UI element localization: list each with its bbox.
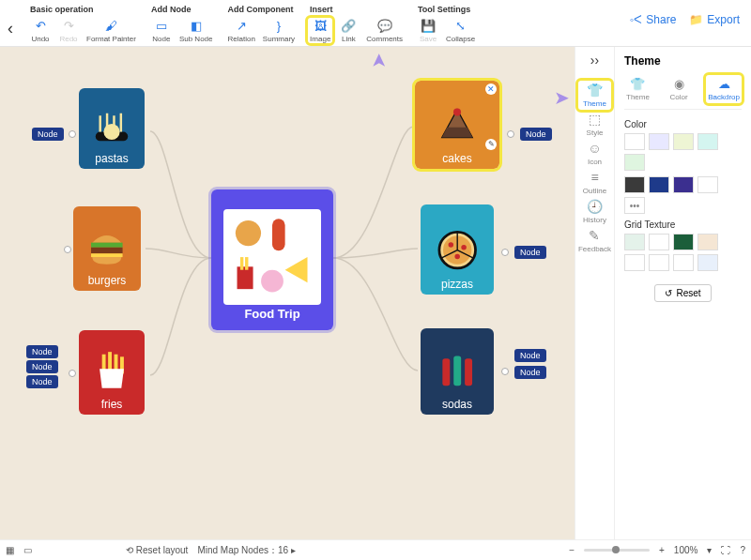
svg-rect-16 [453, 356, 461, 386]
color-swatch[interactable] [649, 254, 669, 271]
color-swatch[interactable] [624, 254, 645, 271]
image-icon: 🖼 [313, 18, 328, 33]
node-pizzas[interactable]: pizzas [421, 204, 494, 295]
tool-summary[interactable]: }Summary [261, 18, 297, 43]
tool-sub-node[interactable]: ◧Sub Node [177, 18, 215, 43]
node-label: burgers [88, 274, 127, 287]
theme-tab-backdrop[interactable]: ☁Backdrop [706, 75, 742, 103]
rail-feedback[interactable]: ✎Feedback [578, 226, 611, 255]
svg-rect-2 [91, 243, 123, 248]
zoom-slider[interactable] [584, 549, 650, 552]
group-title: Insert [308, 5, 405, 14]
node-tag[interactable]: Node [26, 345, 58, 358]
node-tag[interactable]: Node [26, 375, 58, 388]
rail-style[interactable]: ⬚Style [578, 110, 611, 139]
color-swatch[interactable] [697, 234, 718, 250]
tool-label: Node [152, 35, 170, 43]
tool-label: Relation [228, 35, 255, 43]
tool-label: Collapse [446, 35, 475, 43]
tool-comments[interactable]: 💬Comments [364, 18, 405, 43]
node-anchor[interactable] [501, 249, 509, 256]
node-cakes[interactable]: ✕ ✎ cakes [415, 81, 499, 169]
color-swatch[interactable] [697, 254, 718, 271]
color-swatch[interactable] [697, 133, 718, 150]
help-icon[interactable]: ? [740, 545, 745, 555]
color-swatch[interactable] [697, 176, 718, 193]
color-swatch[interactable] [624, 176, 645, 193]
tool-relation[interactable]: ↗Relation [226, 18, 257, 43]
back-button[interactable]: ‹ [8, 19, 13, 38]
right-rail: ›› 👕Theme⬚Style☺Icon≡Outline🕘History✎Fee… [575, 47, 615, 539]
color-swatch[interactable] [673, 133, 694, 150]
node-anchor[interactable] [69, 370, 76, 377]
theme-icon: 👕 [630, 77, 645, 91]
collapse-panel-button[interactable]: ›› [590, 53, 599, 68]
svg-point-9 [453, 108, 461, 115]
tool-undo[interactable]: ↶Undo [28, 18, 53, 43]
view-mode-icon[interactable]: ▭ [23, 545, 32, 555]
comments-icon: 💬 [377, 18, 392, 33]
node-pastas[interactable]: pastas [79, 88, 145, 169]
node-label: sodas [442, 398, 472, 411]
reset-button[interactable]: ↺Reset [654, 284, 711, 302]
fullscreen-icon[interactable]: ⛶ [721, 545, 730, 555]
rail-theme[interactable]: 👕Theme [578, 81, 611, 110]
color-swatch[interactable] [673, 234, 694, 250]
link-icon: 🔗 [341, 18, 356, 33]
zoom-dropdown-icon[interactable]: ▾ [707, 545, 712, 555]
node-anchor[interactable] [69, 130, 76, 138]
theme-tab-theme[interactable]: 👕Theme [624, 75, 651, 103]
reset-label: Reset [676, 288, 700, 298]
node-center[interactable]: Food Trip [211, 189, 333, 330]
tool-label: Summary [263, 35, 295, 43]
color-swatch[interactable] [673, 254, 694, 271]
theme-tab-color[interactable]: ◉Color [667, 75, 689, 103]
feedback-icon: ✎ [589, 228, 600, 243]
color-swatch[interactable] [624, 133, 645, 150]
node-fries[interactable]: fries [79, 330, 145, 415]
zoom-out-button[interactable]: − [569, 545, 575, 555]
reset-layout-button[interactable]: ⟲ Reset layout [126, 545, 188, 555]
svg-point-12 [448, 242, 453, 248]
node-tag[interactable]: Node [32, 128, 64, 141]
node-label: fries [101, 398, 123, 411]
share-button[interactable]: ◦ᐸ Share [630, 13, 676, 26]
tool-image[interactable]: 🖼Image [308, 18, 332, 43]
color-swatch[interactable] [624, 234, 645, 250]
rail-icon[interactable]: ☺Icon [578, 139, 611, 168]
tool-format-painter[interactable]: 🖌Format Painter [84, 18, 138, 43]
tab-label: Backdrop [708, 93, 740, 101]
more-colors[interactable]: ••• [624, 197, 645, 214]
rail-outline[interactable]: ≡Outline [578, 168, 611, 197]
node-tag[interactable]: Node [514, 246, 546, 259]
node-tag[interactable]: Node [520, 128, 552, 141]
tool-link[interactable]: 🔗Link [336, 18, 360, 43]
export-button[interactable]: 📁 Export [689, 13, 740, 26]
node-anchor[interactable] [507, 130, 514, 138]
color-swatch[interactable] [624, 154, 645, 171]
tool-label: Save [420, 35, 437, 43]
color-swatch[interactable] [649, 234, 669, 250]
node-anchor[interactable] [64, 246, 71, 253]
rail-history[interactable]: 🕘History [578, 197, 611, 226]
tool-redo[interactable]: ↷Redo [56, 18, 81, 43]
canvas[interactable]: Node Node Node Node Node Node Node Node … [0, 47, 575, 539]
edit-node-icon[interactable]: ✎ [485, 139, 497, 150]
node-label: pastas [95, 152, 128, 165]
node-tag[interactable]: Node [514, 349, 546, 362]
status-bar: ▦ ▭ ⟲ Reset layout Mind Map Nodes：16 ▸ −… [0, 539, 751, 560]
tool-save[interactable]: 💾Save [416, 18, 440, 43]
color-swatch[interactable] [649, 133, 669, 150]
close-node-icon[interactable]: ✕ [485, 83, 497, 95]
zoom-in-button[interactable]: + [659, 545, 665, 555]
node-anchor[interactable] [501, 368, 509, 375]
node-burgers[interactable]: burgers [73, 206, 141, 291]
node-sodas[interactable]: sodas [421, 328, 494, 415]
tool-collapse[interactable]: ⤡Collapse [444, 18, 477, 43]
color-swatch[interactable] [673, 176, 694, 193]
grid-toggle-icon[interactable]: ▦ [6, 545, 14, 555]
node-tag[interactable]: Node [514, 366, 546, 379]
node-tag[interactable]: Node [26, 360, 58, 373]
color-swatch[interactable] [649, 176, 669, 193]
tool-node[interactable]: ▭Node [149, 18, 174, 43]
